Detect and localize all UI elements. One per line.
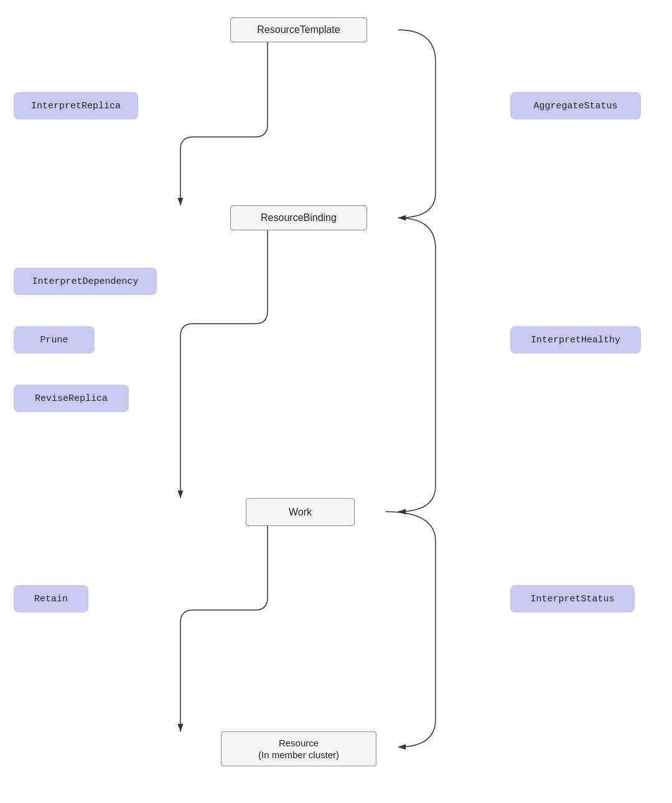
work-label: Work	[289, 507, 312, 518]
resource-label: Resource(In member cluster)	[258, 737, 339, 761]
interpret-healthy-label: InterpretHealthy	[531, 335, 620, 345]
retain-label: Retain	[34, 594, 68, 604]
interpret-replica-label: InterpretReplica	[31, 101, 121, 111]
interpret-dependency-box: InterpretDependency	[14, 268, 157, 295]
resource-template-label: ResourceTemplate	[257, 24, 340, 35]
resource-box: Resource(In member cluster)	[221, 731, 376, 766]
resource-binding-label: ResourceBinding	[261, 212, 337, 223]
aggregate-status-label: AggregateStatus	[533, 101, 617, 111]
revise-replica-box: ReviseReplica	[14, 385, 129, 412]
work-box: Work	[246, 498, 355, 526]
revise-replica-label: ReviseReplica	[35, 393, 108, 404]
diagram-container: ResourceTemplate ResourceBinding Work Re…	[0, 0, 672, 803]
interpret-replica-box: InterpretReplica	[14, 92, 138, 120]
interpret-dependency-label: InterpretDependency	[32, 276, 138, 287]
interpret-healthy-box: InterpretHealthy	[510, 326, 641, 354]
interpret-status-box: InterpretStatus	[510, 585, 635, 613]
aggregate-status-box: AggregateStatus	[510, 92, 641, 120]
resource-binding-box: ResourceBinding	[230, 205, 367, 230]
prune-label: Prune	[40, 335, 68, 345]
resource-template-box: ResourceTemplate	[230, 17, 367, 42]
interpret-status-label: InterpretStatus	[530, 594, 614, 604]
retain-box: Retain	[14, 585, 88, 613]
prune-box: Prune	[14, 326, 95, 354]
